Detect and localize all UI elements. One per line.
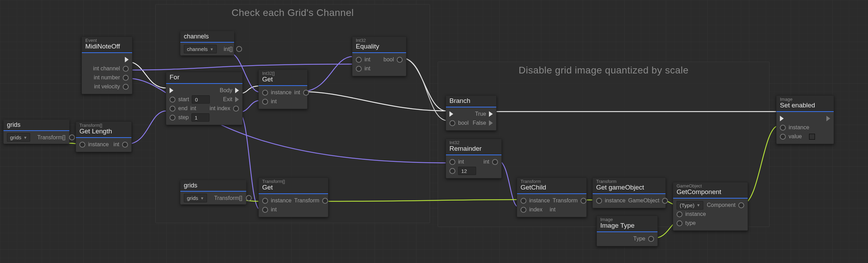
exec-out-icon[interactable]: [489, 111, 493, 117]
port-out[interactable]: [322, 198, 328, 204]
port-in[interactable]: [677, 211, 682, 217]
node-get-length[interactable]: Transform[] Get Length instance int: [76, 121, 132, 152]
dropdown-grids[interactable]: grids▼: [7, 133, 30, 142]
dropdown-channels[interactable]: channels▼: [184, 45, 217, 53]
port-in[interactable]: [780, 134, 786, 140]
node-get-gameobject[interactable]: Transform Get gameObject instance GameOb…: [592, 177, 666, 208]
node-channels-var[interactable]: channels channels▼ int[]: [180, 31, 234, 55]
node-set-enabled[interactable]: Image Set enabled instance value: [776, 95, 834, 144]
port-out[interactable]: [122, 142, 128, 148]
exec-out-icon[interactable]: [125, 57, 129, 62]
dropdown-grids[interactable]: grids▼: [184, 194, 207, 202]
port-in[interactable]: [521, 207, 526, 213]
port-out[interactable]: [662, 198, 668, 204]
port-out[interactable]: [236, 46, 242, 52]
port-out[interactable]: [123, 75, 129, 81]
port-in[interactable]: [521, 198, 526, 204]
field-remainder[interactable]: 12: [458, 167, 476, 175]
port-in[interactable]: [356, 57, 362, 63]
port-in[interactable]: [170, 106, 175, 112]
exec-in-icon[interactable]: [449, 111, 453, 117]
port-in[interactable]: [262, 90, 268, 96]
port-in[interactable]: [79, 142, 85, 148]
field-step[interactable]: 1: [191, 113, 209, 122]
field-start[interactable]: 0: [192, 95, 210, 104]
port-in[interactable]: [356, 66, 362, 72]
group-title: Check each Grid's Channel: [156, 5, 430, 20]
exec-out-icon[interactable]: [235, 88, 239, 93]
node-get-transform[interactable]: Transform[] Get instance Transform int: [258, 177, 328, 217]
node-branch[interactable]: Branch True bool False: [446, 95, 497, 131]
port-out[interactable]: [233, 106, 239, 112]
node-midi-note-off[interactable]: Event MidiNoteOff int channel int number…: [81, 36, 132, 94]
port-out[interactable]: [581, 198, 586, 204]
checkbox-value[interactable]: [809, 134, 815, 140]
node-for[interactable]: For Body start0 Exit endint int index st…: [166, 72, 243, 125]
port-out[interactable]: [303, 90, 309, 96]
port-in[interactable]: [262, 207, 268, 213]
node-remainder[interactable]: Int32 Remainder int int 12: [446, 139, 502, 178]
port-in[interactable]: [449, 168, 455, 174]
port-out[interactable]: [123, 84, 129, 90]
port-in[interactable]: [170, 97, 175, 103]
port-out[interactable]: [123, 66, 129, 72]
port-in[interactable]: [449, 159, 455, 165]
exec-in-icon[interactable]: [780, 116, 784, 121]
port-in[interactable]: [780, 125, 786, 131]
port-out[interactable]: [69, 134, 75, 140]
port-out[interactable]: [648, 236, 654, 242]
exec-out-icon[interactable]: [235, 97, 239, 102]
node-grids-var[interactable]: grids grids▼ Transform[]: [3, 120, 69, 144]
node-get-child[interactable]: Transform GetChild instance Transform in…: [517, 177, 587, 217]
port-out[interactable]: [246, 195, 252, 201]
port-in[interactable]: [596, 198, 602, 204]
node-image-type[interactable]: Image Image Type Type: [596, 216, 658, 246]
node-grids-var-2[interactable]: grids grids▼ Transform[]: [180, 180, 246, 204]
port-in[interactable]: [449, 120, 455, 126]
port-out[interactable]: [492, 159, 498, 165]
node-get-component[interactable]: GameObject GetComponent (Type)▼ Componen…: [673, 182, 748, 231]
port-out[interactable]: [397, 57, 403, 63]
port-in[interactable]: [262, 99, 268, 105]
port-in[interactable]: [262, 198, 268, 204]
port-in[interactable]: [677, 220, 682, 226]
exec-out-icon[interactable]: [489, 120, 493, 126]
port-out[interactable]: [738, 202, 744, 208]
exec-in-icon[interactable]: [170, 88, 173, 93]
node-get-int[interactable]: Int32[] Get instance int int: [258, 69, 308, 109]
dropdown-type[interactable]: (Type)▼: [677, 201, 703, 210]
port-in[interactable]: [170, 115, 175, 121]
group-title: Disable grid image quantized by scale: [438, 62, 769, 77]
node-equality[interactable]: Int32 Equality int bool int: [352, 36, 406, 76]
exec-out-icon[interactable]: [826, 116, 830, 121]
